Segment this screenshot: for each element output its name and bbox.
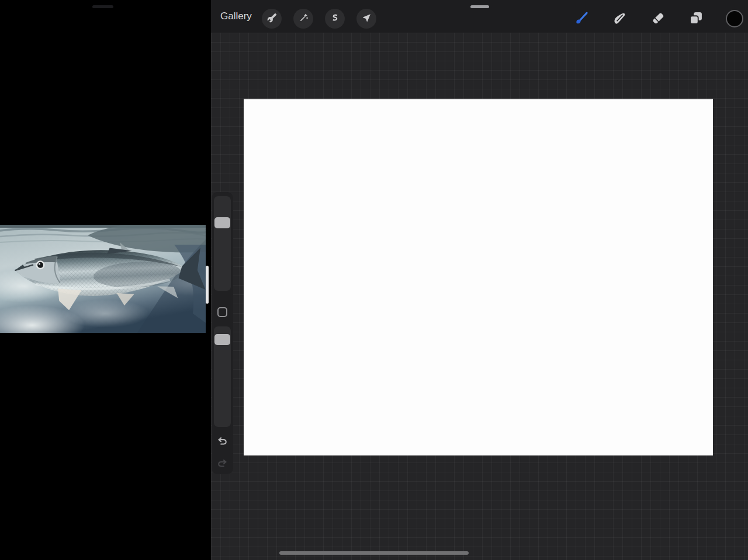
side-toolbar [212,192,233,474]
brush-size-slider[interactable] [214,196,231,291]
redo-button[interactable] [212,454,233,475]
layers-button[interactable] [685,8,707,29]
brush-tool-button[interactable] [571,8,592,29]
smudge-tool-button[interactable] [609,8,630,29]
paintbrush-icon [573,10,590,28]
modify-square-icon [217,307,227,317]
selection-button[interactable] [325,9,345,29]
redo-arrow-icon [216,457,229,472]
drawing-canvas[interactable] [244,99,713,455]
wrench-icon [267,13,277,25]
left-app-pane [0,0,211,560]
eraser-tool-button[interactable] [647,8,669,29]
left-app-drag-handle[interactable] [92,5,113,8]
fish-photo-illustration [0,225,206,333]
current-color-swatch [726,10,743,27]
magic-wand-icon [299,13,309,25]
brush-size-slider-handle[interactable] [214,217,230,228]
screen: Gallery [0,0,748,560]
modify-button[interactable] [212,301,233,323]
fish-photo [0,225,206,333]
selection-s-icon [330,13,340,25]
actions-button[interactable] [262,9,282,29]
split-view-divider-handle[interactable] [206,266,209,304]
undo-button[interactable] [212,432,233,453]
smudge-icon [611,10,628,28]
eraser-icon [650,10,666,28]
layers-icon [688,10,704,28]
procreate-drag-handle[interactable] [470,5,489,8]
transform-button[interactable] [356,9,376,29]
brush-opacity-slider[interactable] [214,326,231,427]
brush-opacity-slider-handle[interactable] [214,334,230,345]
color-button[interactable] [725,9,744,29]
canvas-workspace[interactable] [211,33,748,560]
undo-arrow-icon [216,434,229,450]
gallery-button[interactable]: Gallery [220,0,252,33]
home-indicator[interactable] [279,551,469,555]
adjustments-button[interactable] [293,9,313,29]
procreate-app-pane: Gallery [211,0,748,560]
transform-arrow-icon [362,13,372,25]
